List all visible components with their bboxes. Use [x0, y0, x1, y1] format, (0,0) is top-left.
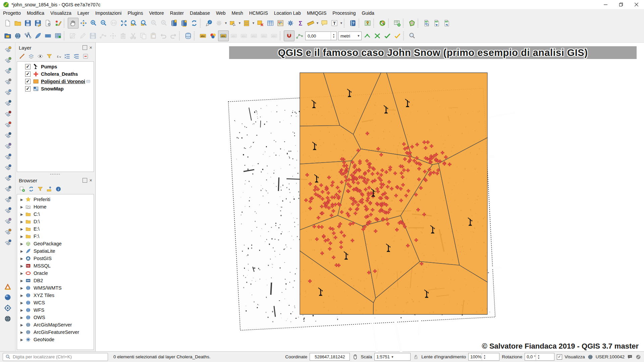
add-selected-layers-button[interactable]	[19, 186, 25, 192]
layer-visibility-checkbox[interactable]: ✓	[25, 64, 31, 69]
identify-features-button[interactable]: i	[204, 18, 214, 28]
expand-arrow-icon[interactable]: ▶	[20, 227, 25, 231]
add-delimited-text-layer-button[interactable]	[3, 77, 13, 87]
labeling-highlighted-button[interactable]: abc	[218, 31, 229, 41]
run-feature-action-dropdown[interactable]: ▼	[224, 21, 228, 25]
browser-item-home[interactable]: ▶Home	[17, 203, 94, 210]
close-panel-icon[interactable]: ✕	[89, 178, 93, 182]
xtf-import-plugin-button[interactable]: XTF	[442, 18, 452, 28]
expand-arrow-icon[interactable]: ▶	[20, 338, 25, 342]
layer-item-cholera-deaths[interactable]: ✓Cholera_Deaths	[17, 70, 94, 78]
new-spatialite-layer-button[interactable]	[33, 31, 43, 41]
menu-mesh[interactable]: Mesh	[229, 10, 246, 16]
topology-snap-2-button[interactable]	[372, 31, 382, 41]
expand-arrow-icon[interactable]: ▶	[20, 242, 25, 246]
rotation-spin[interactable]: 0,0 °▲▼	[525, 353, 554, 361]
mouse-extent-toggle-icon[interactable]	[352, 354, 358, 360]
crs-globe-icon[interactable]	[587, 354, 593, 360]
browser-item-preferiti[interactable]: ▶Preferiti	[17, 196, 94, 203]
browser-item-d-[interactable]: ▶D:\	[17, 218, 94, 225]
menu-location-lab[interactable]: Location Lab	[271, 10, 304, 16]
new-geopackage-layer-button[interactable]	[13, 31, 23, 41]
zoom-next-button[interactable]	[159, 18, 169, 28]
user-crs-label[interactable]: USER:100042	[596, 354, 625, 359]
browser-item-f-[interactable]: ▶F:\	[17, 233, 94, 240]
expand-all-button[interactable]	[64, 53, 71, 60]
new-bookmark-button[interactable]	[169, 18, 179, 28]
map-canvas[interactable]: QGIS e il famoso caso John Snow (primo e…	[96, 43, 644, 351]
expand-arrow-icon[interactable]: ▶	[20, 257, 25, 260]
menu-web[interactable]: Web	[213, 10, 229, 16]
map-tips-button[interactable]	[319, 18, 329, 28]
cut-features-button[interactable]	[128, 31, 138, 41]
text-annotation-dropdown[interactable]: ▼	[339, 21, 343, 25]
browser-item-db2[interactable]: ▶DB2DB2	[17, 277, 94, 284]
layer-styling-button[interactable]	[19, 53, 25, 60]
attribute-table-plugin-button[interactable]	[392, 18, 402, 28]
minimize-button[interactable]	[598, 0, 613, 9]
metasearch-button[interactable]	[407, 31, 417, 41]
add-spatialite-layer-button[interactable]	[3, 87, 13, 98]
expand-arrow-icon[interactable]: ▶	[20, 301, 25, 305]
browser-item-c-[interactable]: ▶C:\	[17, 210, 94, 218]
menu-modifica[interactable]: Modifica	[24, 10, 47, 16]
select-features-button[interactable]	[228, 18, 238, 28]
project-open-button[interactable]	[13, 18, 23, 28]
filter-browser-button[interactable]	[37, 186, 44, 192]
layer-item-poligoni-di-voronoi[interactable]: ✓Poligoni di Voronoi	[17, 78, 94, 85]
news-icon[interactable]	[635, 354, 641, 360]
db-manager-button[interactable]	[183, 31, 193, 41]
add-oracle-layer-button[interactable]	[3, 120, 13, 130]
zoom-full-button[interactable]	[119, 18, 129, 28]
add-point-cloud-layer-button[interactable]	[3, 216, 13, 226]
new-shapefile-layer-button[interactable]	[23, 31, 33, 41]
menu-vettore[interactable]: Vettore	[146, 10, 167, 16]
remove-layer-button[interactable]	[82, 53, 89, 60]
run-feature-action-button[interactable]	[214, 18, 224, 28]
project-save-button[interactable]	[23, 18, 33, 28]
data-source-manager-button[interactable]	[3, 31, 13, 41]
measure-line-button[interactable]	[306, 18, 316, 28]
menu-guida[interactable]: Guida	[359, 10, 377, 16]
filter-expression-button[interactable]: ε	[55, 53, 62, 60]
browser-item-wcs[interactable]: ▶WCS	[17, 299, 94, 306]
menu-hcmgis[interactable]: HCMGIS	[246, 10, 271, 16]
filter-funnel-button[interactable]	[46, 53, 53, 60]
expand-arrow-icon[interactable]: ▶	[20, 330, 25, 334]
add-db2-layer-button[interactable]	[3, 130, 13, 140]
add-mesh-layer-button[interactable]	[3, 66, 13, 76]
globe-sphere-plugin-button[interactable]	[3, 292, 13, 302]
avoid-intersections-button[interactable]	[382, 31, 392, 41]
expand-arrow-icon[interactable]: ▶	[20, 198, 25, 201]
expand-arrow-icon[interactable]: ▶	[20, 213, 25, 216]
add-gpx-layer-button[interactable]	[3, 227, 13, 237]
menu-progetto[interactable]: Progetto	[0, 10, 24, 16]
new-virtual-layer-button[interactable]	[43, 31, 53, 41]
menu-mmqgis[interactable]: MMQGIS	[304, 10, 329, 16]
zoom-last-button[interactable]	[149, 18, 159, 28]
open-attribute-table-button[interactable]	[265, 18, 275, 28]
zoom-native-button[interactable]: 1:1	[109, 18, 119, 28]
pin-map-plugin-button[interactable]	[363, 18, 373, 28]
processing-toolbox-button[interactable]	[285, 18, 296, 28]
properties-info-button[interactable]: i	[55, 186, 62, 192]
deselect-all-button[interactable]	[255, 18, 265, 28]
pan-map-button[interactable]	[68, 18, 78, 28]
menu-layer[interactable]: Layer	[74, 10, 92, 16]
tracing-enable-button[interactable]	[392, 31, 402, 41]
geometry-checker-plugin-button[interactable]	[407, 18, 417, 28]
locator-search-input[interactable]: Digita per localizzare (Ctrl+K)	[3, 353, 108, 361]
layer-visibility-checkbox[interactable]: ✓	[25, 79, 31, 84]
save-edits-button[interactable]	[88, 31, 98, 41]
browser-item-spatialite[interactable]: ▶SpatiaLite	[17, 247, 94, 255]
close-button[interactable]	[629, 0, 644, 9]
expand-arrow-icon[interactable]: ▶	[20, 294, 25, 297]
dxf2shape-plugin-button[interactable]	[3, 282, 13, 292]
text-annotation-button[interactable]: T	[329, 18, 339, 28]
new-mesh-layer-button[interactable]	[53, 31, 63, 41]
restore-button[interactable]	[613, 0, 629, 9]
float-panel-icon[interactable]	[83, 45, 87, 50]
menu-database[interactable]: Database	[187, 10, 213, 16]
add-feature-button[interactable]	[98, 31, 108, 41]
label-option-3-button[interactable]: abc	[249, 31, 259, 41]
